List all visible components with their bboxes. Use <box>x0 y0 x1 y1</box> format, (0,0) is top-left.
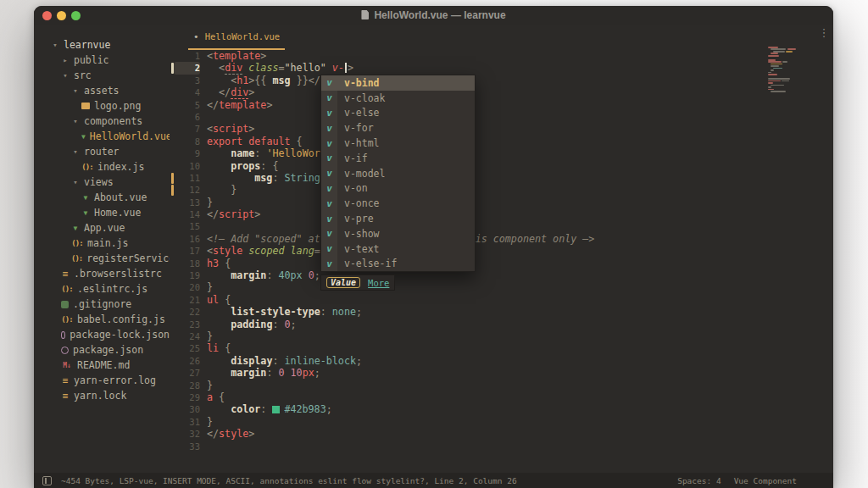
tree-item-yarn-error-log[interactable]: ≡yarn-error.log <box>34 373 170 388</box>
vue-file-icon: ▼ <box>81 194 90 202</box>
code-line-29[interactable]: 29a { <box>170 391 833 403</box>
line-number: 27 <box>174 367 200 379</box>
tree-item-registerservicew[interactable]: ():registerServiceW <box>34 251 170 266</box>
tree-item-app-vue[interactable]: ▼App.vue <box>34 220 170 236</box>
code-line-18[interactable]: 18h3 { <box>170 258 833 269</box>
code-line-30[interactable]: 30 color: #42b983; <box>170 403 833 415</box>
minimap-row <box>768 51 821 53</box>
code-line-1[interactable]: 1<template> <box>170 50 833 62</box>
completion-item-v-show[interactable]: vv-show <box>321 226 475 241</box>
code-line-11[interactable]: 11 msg: String <box>170 172 833 184</box>
status-spaces[interactable]: Spaces: 4 <box>677 476 721 485</box>
tree-item-src[interactable]: ▾src <box>34 68 170 83</box>
tree-item-about-vue[interactable]: ▼About.vue <box>34 190 170 205</box>
code-line-23[interactable]: 23 padding: 0; <box>170 319 833 330</box>
tree-item--browserslistrc[interactable]: ≡.browserslistrc <box>34 266 170 281</box>
line-number: 32 <box>174 428 200 440</box>
token-prop: list-style-type <box>231 306 320 318</box>
tree-item-readme-md[interactable]: M↓README.md <box>34 358 170 373</box>
completion-more-link[interactable]: More <box>368 278 389 288</box>
status-filetype[interactable]: Vue Component <box>734 476 797 485</box>
line-number: 18 <box>174 258 200 269</box>
tree-item--eslintrc-js[interactable]: ():.eslintrc.js <box>34 281 170 297</box>
tree-item-public[interactable]: ▸public <box>34 53 170 68</box>
token-p: { <box>272 160 278 172</box>
code-line-26[interactable]: 26 display: inline-block; <box>170 355 833 367</box>
completion-item-v-bind[interactable]: vv-bind <box>321 75 475 91</box>
code-line-9[interactable]: 9 name: 'HelloWorld', <box>170 147 833 159</box>
code-line-32[interactable]: 32</style> <box>170 428 833 440</box>
minimap-row <box>768 86 821 88</box>
tree-item-package-json[interactable]: package.json <box>34 342 170 358</box>
tree-item-helloworld-vue[interactable]: ▼HelloWorld.vue <box>34 129 170 144</box>
tree-item--gitignore[interactable]: .gitignore <box>34 297 170 312</box>
tree-item-assets[interactable]: ▾assets <box>34 83 170 98</box>
tree-item-yarn-lock[interactable]: ≡yarn.lock <box>34 388 170 403</box>
tree-item-views[interactable]: ▾views <box>34 175 170 190</box>
code-line-4[interactable]: 4 </div> <box>170 86 833 98</box>
code-line-25[interactable]: 25li { <box>170 342 833 354</box>
tree-item-label: .gitignore <box>73 298 131 310</box>
completion-item-v-pre[interactable]: vv-pre <box>321 211 475 226</box>
code-line-21[interactable]: 21ul { <box>170 294 833 306</box>
completion-item-v-for[interactable]: vv-for <box>321 120 475 136</box>
line-number: 22 <box>174 306 200 318</box>
code-line-15[interactable]: 15 <box>170 220 833 232</box>
token-txt <box>207 75 231 86</box>
titlebar[interactable]: HelloWorld.vue — learnvue <box>34 6 833 25</box>
token-tagur: div <box>231 86 248 99</box>
tree-item-learnvue[interactable]: ▾learnvue <box>34 37 170 53</box>
code-text: </div> <box>207 86 254 98</box>
tree-item-label: package-lock.json <box>70 329 170 341</box>
tree-item-main-js[interactable]: ():main.js <box>34 236 170 251</box>
code-line-5[interactable]: 5</template> <box>170 99 833 111</box>
code-line-24[interactable]: 24} <box>170 330 833 342</box>
completion-item-v-else[interactable]: vv-else <box>321 106 475 121</box>
code-line-27[interactable]: 27 margin: 0 10px; <box>170 367 833 379</box>
completion-item-v-once[interactable]: vv-once <box>321 196 475 211</box>
completion-item-v-text[interactable]: vv-text <box>321 241 475 257</box>
code-line-14[interactable]: 14</script> <box>170 208 833 220</box>
tree-item-package-lock-json[interactable]: package-lock.json <box>34 327 170 342</box>
completion-item-v-if[interactable]: vv-if <box>321 151 475 166</box>
line-number: 10 <box>174 160 200 172</box>
code-line-20[interactable]: 20} <box>170 281 833 293</box>
code-line-31[interactable]: 31} <box>170 416 833 428</box>
chevron-down-icon: ▾ <box>51 41 59 49</box>
code-line-17[interactable]: 17<style scoped lang= <box>170 245 833 257</box>
tree-item-index-js[interactable]: ():index.js <box>34 159 170 175</box>
code-line-12[interactable]: 12 } <box>170 184 833 196</box>
code-line-22[interactable]: 22 list-style-type: none; <box>170 306 833 318</box>
completion-item-v-html[interactable]: vv-html <box>321 136 475 151</box>
tree-item-components[interactable]: ▾components <box>34 114 170 129</box>
tree-item-label: src <box>74 69 92 81</box>
line-number: 16 <box>174 233 200 245</box>
token-p: > <box>248 428 254 440</box>
code-line-6[interactable]: 6 <box>170 111 833 123</box>
kebab-menu-icon[interactable]: ⋮ <box>815 26 832 39</box>
completion-item-v-cloak[interactable]: vv-cloak <box>321 91 475 106</box>
code-line-33[interactable]: 33 <box>170 441 833 452</box>
code-line-13[interactable]: 13} <box>170 197 833 208</box>
tree-item-logo-png[interactable]: logo.png <box>34 98 170 114</box>
code-line-8[interactable]: 8export default { <box>170 136 833 147</box>
completion-item-v-else-if[interactable]: vv-else-if <box>321 257 475 272</box>
code-line-7[interactable]: 7<script> <box>170 123 833 135</box>
token-p: </ <box>207 208 219 220</box>
minimap[interactable] <box>768 47 821 101</box>
completion-item-v-on[interactable]: vv-on <box>321 181 475 197</box>
tree-item-home-vue[interactable]: ▼Home.vue <box>34 205 170 220</box>
code-line-16[interactable]: 16<!— Add "scoped" attribute to limit CS… <box>170 233 833 245</box>
code-line-19[interactable]: 19 margin: 40px 0; <box>170 269 833 281</box>
code-line-2[interactable]: 2 <div class="hello" v-> <box>170 62 833 74</box>
code-line-28[interactable]: 28} <box>170 380 833 391</box>
token-p: : <box>320 306 326 318</box>
tab-helloworld-vue[interactable]: • HelloWorld.vue <box>188 25 285 50</box>
tree-item-router[interactable]: ▾router <box>34 144 170 159</box>
tree-item-babel-config-js[interactable]: ():babel.config.js <box>34 312 170 327</box>
token-tag: style <box>219 428 248 440</box>
code-line-10[interactable]: 10 props: { <box>170 160 833 172</box>
code-area[interactable]: 1<template>2 <div class="hello" v->3 <h1… <box>170 50 833 473</box>
code-line-3[interactable]: 3 <h1>{{ msg }}</h1> <box>170 75 833 86</box>
completion-item-v-model[interactable]: vv-model <box>321 166 475 181</box>
